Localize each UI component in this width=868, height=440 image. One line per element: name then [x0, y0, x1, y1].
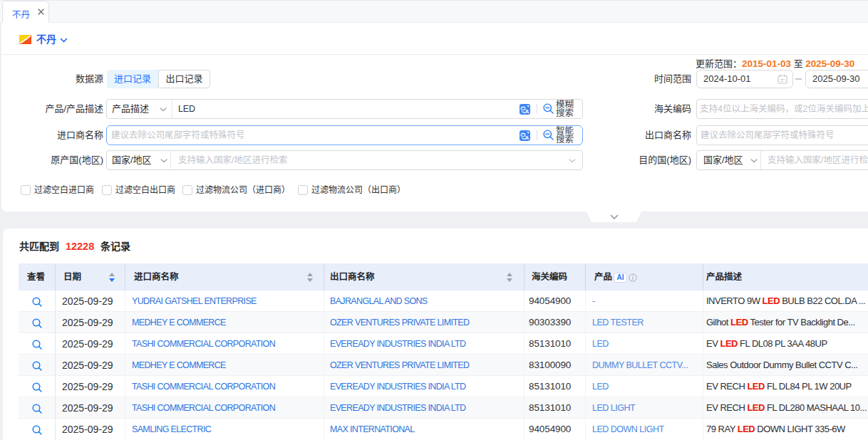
svg-text:A: A [525, 108, 529, 115]
svg-text:A: A [525, 135, 529, 141]
